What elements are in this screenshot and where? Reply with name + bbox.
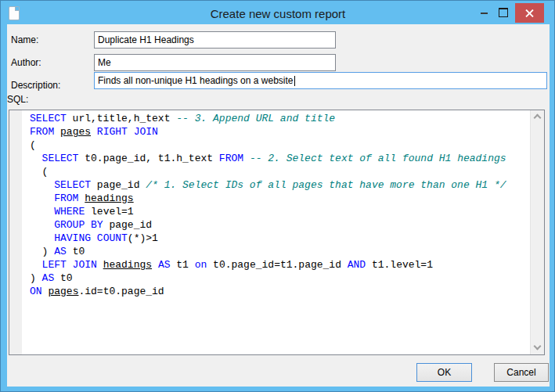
sql-code-line: FROM pages RIGHT JOIN [30, 125, 529, 138]
maximize-button[interactable] [496, 5, 509, 17]
sql-code-line: ON pages.id=t0.page_id [30, 285, 529, 298]
description-label: Description: [11, 80, 60, 91]
chevron-down-icon [534, 343, 542, 351]
sql-code-line: FROM headings [30, 192, 529, 205]
sql-code-line: SELECT url,title,h_text -- 3. Append URL… [30, 112, 529, 125]
ok-button[interactable]: OK [416, 363, 472, 382]
dialog-window: Create new custom report Name: Author: D… [0, 0, 555, 392]
cancel-button[interactable]: Cancel [494, 363, 549, 382]
ok-button-label: OK [438, 367, 451, 378]
scroll-up-button[interactable] [531, 110, 545, 124]
name-input[interactable] [94, 31, 336, 49]
chevron-up-icon [534, 114, 542, 122]
sql-code-line: SELECT page_id /* 1. Select IDs of all p… [30, 178, 529, 192]
text-caret [294, 76, 295, 86]
cancel-button-label: Cancel [506, 367, 535, 378]
sql-code-line: ) AS t0 [30, 272, 529, 285]
close-icon [525, 9, 534, 17]
sql-code-line: ( [30, 138, 529, 152]
close-button[interactable] [515, 3, 544, 23]
description-input[interactable]: Finds all non-unique H1 headings on a we… [94, 72, 547, 89]
description-value: Finds all non-unique H1 headings on a we… [98, 75, 294, 86]
sql-label: SQL: [7, 94, 28, 105]
author-label: Author: [11, 57, 41, 68]
sql-code-line: WHERE level=1 [30, 205, 529, 218]
sql-code-line: LEFT JOIN headings AS t1 on t0.page_id=t… [30, 258, 529, 272]
scroll-down-button[interactable] [531, 341, 545, 354]
sql-code-line: ( [30, 165, 529, 178]
sql-code-line: HAVING COUNT(*)>1 [30, 232, 529, 245]
sql-code: SELECT url,title,h_text -- 3. Append URL… [9, 112, 529, 298]
name-label: Name: [11, 34, 38, 45]
sql-code-line: SELECT t0.page_id, t1.h_text FROM -- 2. … [30, 152, 529, 165]
sql-code-line: ) AS t0 [30, 245, 529, 258]
minimize-button[interactable] [478, 6, 491, 19]
title-bar[interactable]: Create new custom report [2, 2, 554, 24]
vertical-scrollbar[interactable] [530, 110, 544, 354]
author-input[interactable] [94, 54, 336, 71]
sql-code-line: GROUP BY page_id [30, 218, 529, 232]
sql-editor[interactable]: SELECT url,title,h_text -- 3. Append URL… [9, 110, 545, 355]
window-title: Create new custom report [2, 7, 554, 20]
dialog-content: Name: Author: Description: Finds all non… [7, 24, 550, 387]
